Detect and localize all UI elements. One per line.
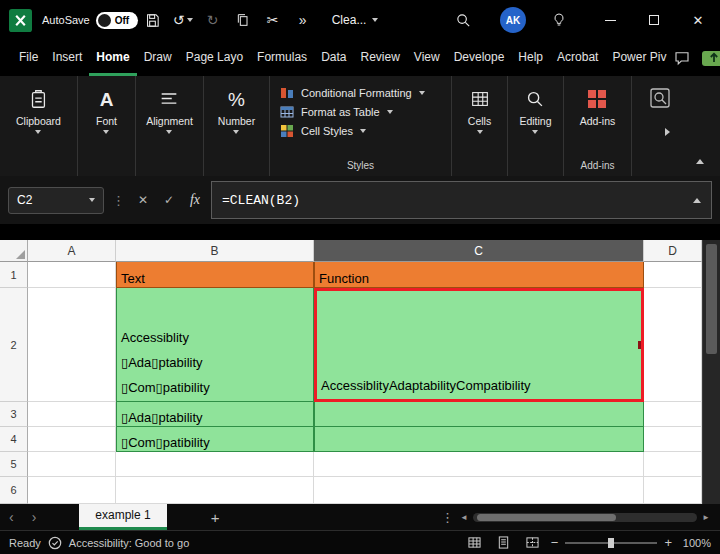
cell-d2[interactable] (644, 288, 702, 402)
zoom-level[interactable]: 100% (679, 537, 711, 549)
cell-styles-button[interactable]: Cell Styles (280, 124, 425, 138)
tab-developer[interactable]: Develope (447, 40, 512, 76)
addins-button[interactable]: Add-ins (580, 86, 616, 127)
column-header-a[interactable]: A (28, 240, 116, 262)
vertical-scrollbar-thumb[interactable] (706, 244, 717, 354)
column-header-d[interactable]: D (644, 240, 702, 262)
tab-page-layout[interactable]: Page Layo (179, 40, 250, 76)
maximize-button[interactable] (632, 0, 676, 40)
tab-view[interactable]: View (407, 40, 447, 76)
cell-c1[interactable]: Function (314, 262, 644, 288)
next-sheet-button[interactable]: › (23, 509, 46, 525)
cell-c6[interactable] (314, 477, 644, 504)
document-title[interactable]: Clea... (332, 13, 379, 27)
minimize-button[interactable] (588, 0, 632, 40)
cell-b3[interactable]: ▯Ada▯ptability (116, 402, 314, 427)
autosave-toggle[interactable]: Off (96, 12, 138, 29)
formula-input[interactable]: =CLEAN(B2) (211, 181, 712, 219)
row-header-5[interactable]: 5 (0, 452, 28, 477)
cell-b5[interactable] (116, 452, 314, 477)
cut-button[interactable]: ✂ (260, 6, 286, 34)
search-button[interactable] (450, 6, 476, 34)
tab-acrobat[interactable]: Acrobat (550, 40, 605, 76)
cell-c4[interactable] (314, 427, 644, 452)
font-button[interactable]: A Font (96, 86, 117, 134)
clipboard-button[interactable]: Clipboard (16, 86, 61, 134)
zoom-in-button[interactable]: + (664, 535, 672, 550)
tab-file[interactable]: File (12, 40, 45, 76)
cell-b1[interactable]: Text (116, 262, 314, 288)
column-header-c-selected[interactable]: C (314, 240, 644, 262)
autosave-control[interactable]: AutoSave Off (42, 12, 138, 29)
tab-help[interactable]: Help (511, 40, 550, 76)
select-all-corner[interactable] (0, 240, 28, 262)
tab-review[interactable]: Review (353, 40, 406, 76)
vertical-scrollbar[interactable] (702, 240, 720, 504)
add-sheet-button[interactable]: + (203, 509, 228, 526)
tab-home[interactable]: Home (89, 40, 136, 76)
cell-d5[interactable] (644, 452, 702, 477)
copy-button[interactable] (230, 6, 256, 34)
cell-c5[interactable] (314, 452, 644, 477)
column-header-b[interactable]: B (116, 240, 314, 262)
share-button-icon[interactable] (701, 48, 720, 68)
zoom-slider[interactable] (565, 542, 657, 544)
formula-bar-drag-handle[interactable]: ⋮ (110, 193, 127, 208)
undo-button[interactable]: ↺ (170, 6, 196, 34)
expand-formula-bar-icon[interactable] (693, 198, 701, 203)
row-header-4[interactable]: 4 (0, 427, 28, 452)
cells-button[interactable]: Cells (468, 86, 491, 134)
collapse-ribbon-button[interactable] (696, 150, 704, 168)
confirm-entry-button[interactable]: ✓ (159, 193, 179, 207)
horizontal-scrollbar[interactable]: ◄ ► (460, 513, 710, 522)
cell-b2[interactable]: Accessiblity ▯Ada▯ptability ▯Com▯patibil… (116, 288, 314, 402)
zoom-out-button[interactable]: − (551, 535, 559, 550)
normal-view-button[interactable] (464, 533, 486, 553)
ideas-button[interactable] (546, 6, 572, 34)
tab-data[interactable]: Data (314, 40, 353, 76)
cell-d4[interactable] (644, 427, 702, 452)
cell-c3[interactable] (314, 402, 644, 427)
redo-button[interactable]: ↻ (200, 6, 226, 34)
tab-draw[interactable]: Draw (137, 40, 179, 76)
cell-b4[interactable]: ▯Com▯patibility (116, 427, 314, 452)
scroll-right-icon[interactable]: ► (702, 513, 710, 522)
quick-access-overflow-button[interactable]: » (290, 6, 316, 34)
page-layout-view-button[interactable] (493, 533, 515, 553)
cell-a4[interactable] (28, 427, 116, 452)
comments-icon[interactable] (673, 49, 691, 67)
zoom-slider-thumb[interactable] (608, 538, 614, 548)
horizontal-scrollbar-thumb[interactable] (477, 514, 616, 521)
close-button[interactable]: ✕ (676, 0, 720, 40)
cell-a5[interactable] (28, 452, 116, 477)
tab-power-pivot[interactable]: Power Piv (605, 40, 673, 76)
selection-handle[interactable] (638, 341, 644, 349)
sheet-tab-example1[interactable]: example 1 (79, 504, 166, 530)
insert-function-button[interactable]: fx (185, 192, 205, 208)
tab-bar-options-button[interactable]: ⋮ (435, 510, 460, 525)
row-header-3[interactable]: 3 (0, 402, 28, 427)
user-avatar[interactable]: AK (500, 7, 526, 33)
page-break-view-button[interactable] (522, 533, 544, 553)
cell-a3[interactable] (28, 402, 116, 427)
cell-a2[interactable] (28, 288, 116, 402)
row-header-1[interactable]: 1 (0, 262, 28, 288)
editing-button[interactable]: Editing (519, 86, 551, 134)
cell-b6[interactable] (116, 477, 314, 504)
row-header-6[interactable]: 6 (0, 477, 28, 504)
cancel-entry-button[interactable]: ✕ (133, 193, 153, 207)
cell-d1[interactable] (644, 262, 702, 288)
format-as-table-button[interactable]: Format as Table (280, 105, 425, 119)
previous-sheet-button[interactable]: ‹ (0, 509, 23, 525)
alignment-button[interactable]: Alignment (146, 86, 193, 134)
cell-a6[interactable] (28, 477, 116, 504)
scroll-left-icon[interactable]: ◄ (460, 513, 468, 522)
cell-c2-active[interactable]: AccessiblityAdaptabilityCompatibility (314, 288, 644, 402)
cell-a1[interactable] (28, 262, 116, 288)
analyze-data-button[interactable] (646, 84, 674, 112)
conditional-formatting-button[interactable]: Conditional Formatting (280, 86, 425, 100)
name-box[interactable]: C2 (8, 187, 104, 214)
horizontal-scrollbar-track[interactable] (473, 513, 697, 522)
save-button[interactable] (140, 6, 166, 34)
tab-insert[interactable]: Insert (45, 40, 89, 76)
